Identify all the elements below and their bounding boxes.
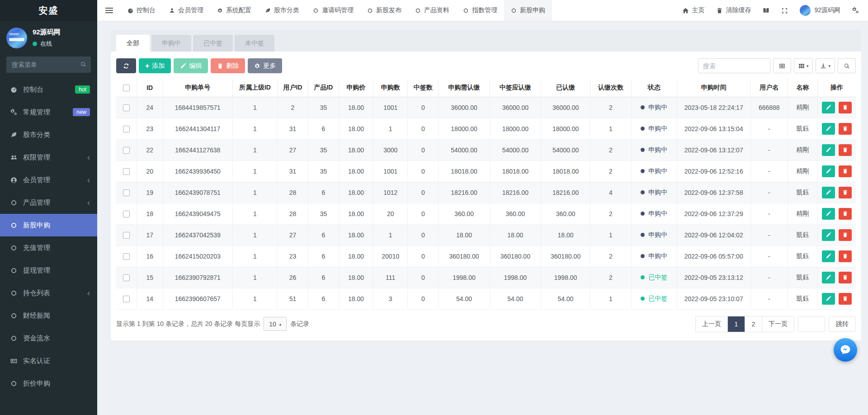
search-icon[interactable] — [80, 61, 86, 69]
columns-button[interactable]: ▾ — [794, 58, 813, 73]
edit-row-button[interactable] — [822, 229, 835, 241]
sidebar-item[interactable]: 折价申购 — [0, 372, 97, 395]
prev-page-button[interactable]: 上一页 — [696, 316, 727, 332]
sidebar-item-label: 权限管理 — [23, 153, 87, 162]
language-icon[interactable] — [763, 7, 769, 14]
sidebar-item[interactable]: 会员管理 ‹ — [0, 169, 97, 191]
delete-row-button[interactable] — [839, 229, 852, 241]
navbar-tab[interactable]: 股市分类 — [258, 0, 306, 21]
more-button[interactable]: 更多 — [248, 58, 282, 73]
delete-row-button[interactable] — [839, 102, 852, 113]
fullscreen-icon[interactable] — [781, 7, 788, 14]
edit-row-button[interactable] — [822, 250, 835, 262]
sidebar-item[interactable]: 提现管理 — [0, 259, 97, 282]
home-icon — [682, 7, 689, 14]
sidebar-item[interactable]: 持仓列表 ‹ — [0, 282, 97, 304]
delete-row-button[interactable] — [839, 187, 852, 198]
hamburger-menu-icon[interactable] — [97, 0, 121, 21]
toggle-view-button[interactable] — [773, 58, 791, 73]
export-button[interactable]: ▾ — [816, 58, 835, 73]
jump-button[interactable]: 跳转 — [829, 316, 856, 332]
edit-row-button[interactable] — [822, 187, 835, 198]
clear-cache-link[interactable]: 清除缓存 — [716, 6, 751, 14]
delete-row-button[interactable] — [839, 272, 852, 283]
sidebar-item[interactable]: 权限管理 ‹ — [0, 146, 97, 169]
cell-name: 精剛 — [788, 203, 817, 224]
filter-tab[interactable]: 全部 — [116, 35, 150, 52]
trash-icon — [842, 296, 848, 302]
sidebar-item[interactable]: 产品管理 ‹ — [0, 191, 97, 214]
next-page-button[interactable]: 下一页 — [762, 316, 794, 332]
column-header: 已认缴 — [541, 79, 590, 97]
sidebar-item[interactable]: 财经新闻 — [0, 304, 97, 327]
sidebar-item[interactable]: 控制台 hot — [0, 78, 97, 101]
navbar-tab[interactable]: 新股发布 — [360, 0, 408, 21]
sidebar-item[interactable]: 实名认证 — [0, 349, 97, 372]
row-checkbox[interactable] — [123, 274, 130, 281]
edit-row-button[interactable] — [822, 272, 835, 283]
add-button[interactable]: +添加 — [139, 58, 171, 73]
delete-row-button[interactable] — [839, 123, 852, 135]
cell-time: 2022-09-06 13:12:07 — [677, 139, 750, 160]
row-checkbox[interactable] — [123, 147, 130, 154]
edit-row-button[interactable] — [822, 123, 835, 135]
delete-row-button[interactable] — [839, 165, 852, 177]
sidebar-item[interactable]: 充值管理 — [0, 236, 97, 259]
sidebar-item[interactable]: 常规管理 new — [0, 101, 97, 123]
edit-row-button[interactable] — [822, 208, 835, 220]
refresh-button[interactable] — [116, 58, 136, 73]
row-checkbox[interactable] — [123, 232, 130, 239]
filter-tab[interactable]: 申购中 — [151, 35, 191, 52]
delete-button[interactable]: 删除 — [211, 58, 245, 73]
navbar-tab[interactable]: 系统配置 — [210, 0, 258, 21]
edit-row-button[interactable] — [822, 144, 835, 156]
delete-row-button[interactable] — [839, 250, 852, 262]
gear-icon — [254, 63, 260, 69]
settings-gears-icon[interactable] — [852, 7, 859, 14]
home-link[interactable]: 主页 — [682, 6, 704, 14]
sidebar-item[interactable]: 股市分类 — [0, 123, 97, 146]
navbar-tab[interactable]: 新股申购 — [504, 0, 552, 21]
row-checkbox[interactable] — [123, 211, 130, 217]
delete-row-button[interactable] — [839, 144, 852, 156]
navbar-tab[interactable]: 指数管理 — [456, 0, 504, 21]
row-select-cell — [116, 224, 137, 245]
edit-row-button[interactable] — [822, 165, 835, 177]
select-all-checkbox[interactable] — [123, 85, 130, 91]
navbar-tab[interactable]: 会员管理 — [162, 0, 210, 21]
search-toggle-button[interactable] — [838, 58, 856, 73]
navbar-tab[interactable]: 控制台 — [121, 0, 162, 21]
filter-tab[interactable]: 未中签 — [235, 35, 274, 52]
delete-row-button[interactable] — [839, 208, 852, 220]
edit-button[interactable]: 编辑 — [174, 58, 208, 73]
table-search-input[interactable] — [698, 58, 770, 73]
sidebar-item[interactable]: 资金流水 — [0, 327, 97, 349]
navbar-tab[interactable]: 邀请码管理 — [306, 0, 360, 21]
jump-page-input[interactable] — [798, 316, 825, 332]
edit-row-button[interactable] — [822, 293, 835, 305]
page-number-button[interactable]: 2 — [745, 316, 762, 332]
filter-tab-bar: 全部 申购中 已中签 未中签 — [111, 30, 861, 52]
table-body: 24 1684419857571 1 2 35 18.00 1001 0 360… — [116, 97, 856, 309]
navbar-user-menu[interactable]: 92源码网 — [800, 5, 840, 16]
row-checkbox[interactable] — [123, 126, 130, 132]
row-checkbox[interactable] — [123, 189, 130, 196]
navbar-tab[interactable]: 产品资料 — [408, 0, 456, 21]
navbar-tabs: 控制台 会员管理 系统配置 股市分类 邀请码管理 新股发布 产品资料 指数管理 … — [121, 0, 552, 21]
row-checkbox[interactable] — [123, 104, 130, 111]
edit-row-button[interactable] — [822, 102, 835, 113]
filter-tab[interactable]: 已中签 — [193, 35, 233, 52]
cell-parent-id: 1 — [233, 97, 278, 118]
pencil-icon — [826, 189, 831, 195]
page-number-button[interactable]: 1 — [727, 316, 745, 332]
page-size-dropdown[interactable]: 10 ▴ — [264, 317, 287, 331]
cell-qty: 111 — [373, 267, 408, 288]
chat-button[interactable] — [834, 338, 857, 362]
delete-row-button[interactable] — [839, 293, 852, 305]
cell-win-count: 0 — [408, 203, 439, 224]
row-checkbox[interactable] — [123, 253, 130, 260]
row-checkbox[interactable] — [123, 168, 130, 175]
row-checkbox[interactable] — [123, 296, 130, 302]
sidebar-item[interactable]: 新股申购 — [0, 214, 97, 236]
sidebar-search-input[interactable] — [6, 57, 91, 73]
